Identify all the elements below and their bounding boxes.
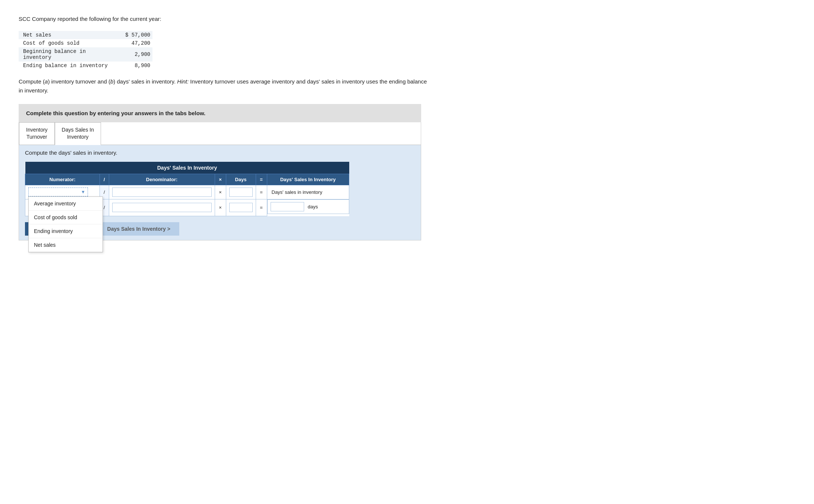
days-suffix-label: days: [308, 204, 318, 210]
days-cell-2[interactable]: [226, 199, 256, 216]
table-row: Net sales $ 57,000: [19, 31, 152, 39]
row-value: 2,900: [123, 47, 152, 62]
col-equals-label: =: [256, 174, 267, 185]
numerator-dropdown-1[interactable]: ▼: [28, 188, 88, 196]
calc-title-row: Days' Sales In Inventory: [25, 162, 349, 174]
hint-paragraph: Compute (a) inventory turnover and (b) d…: [19, 77, 429, 95]
col-days-label: Days: [226, 174, 256, 185]
calc-data-row-1: ▼ Average inventory Cost of goods sold E…: [25, 185, 349, 199]
calc-subheader-row: Numerator: / Denominator: × Days = Days'…: [25, 174, 349, 185]
denominator-cell-2[interactable]: [109, 199, 215, 216]
row-label: Cost of goods sold: [19, 39, 123, 47]
dropdown-menu: Average inventory Cost of goods sold End…: [28, 196, 103, 252]
instruction-box: Complete this question by entering your …: [19, 104, 421, 122]
days-input-1[interactable]: [229, 188, 253, 197]
denominator-input-1[interactable]: [112, 188, 212, 197]
row-value: $ 57,000: [123, 31, 152, 39]
col-numerator-label: Numerator:: [25, 174, 100, 185]
row-value: 47,200: [123, 39, 152, 47]
col-result-label: Days' Sales In Inventory: [267, 174, 349, 185]
financial-data-table: Net sales $ 57,000 Cost of goods sold 47…: [19, 31, 152, 70]
days-input-2[interactable]: [229, 203, 253, 212]
dropdown-item-net-sales[interactable]: Net sales: [29, 238, 102, 252]
equals-cell-1: =: [256, 185, 267, 199]
company-description: SCC Company reported the following for t…: [19, 15, 795, 23]
table-row: Ending balance in inventory 8,900: [19, 62, 152, 70]
next-button[interactable]: Days Sales In Inventory >: [98, 222, 179, 236]
table-row: Cost of goods sold 47,200: [19, 39, 152, 47]
tab-instruction: Compute the days' sales in inventory.: [25, 149, 415, 156]
result-cell-2[interactable]: days: [267, 199, 349, 214]
numerator-cell-1: ▼ Average inventory Cost of goods sold E…: [25, 185, 100, 199]
numerator-wrapper-1: ▼ Average inventory Cost of goods sold E…: [28, 188, 97, 196]
col-denominator-label: Denominator:: [109, 174, 215, 185]
calculator-table: Days' Sales In Inventory Numerator: / De…: [25, 162, 349, 216]
tabs-container: Inventory Turnover Days Sales In Invento…: [19, 122, 421, 240]
tab-inventory-turnover[interactable]: Inventory Turnover: [19, 122, 55, 145]
days-cell-1[interactable]: [226, 185, 256, 199]
times-cell-2: ×: [215, 199, 226, 216]
table-row: Beginning balance in inventory 2,900: [19, 47, 152, 62]
dropdown-item-ending-inventory[interactable]: Ending inventory: [29, 224, 102, 238]
col-times-label: ×: [215, 174, 226, 185]
result-label-1: Days' sales in inventory: [270, 189, 324, 196]
equals-cell-2: =: [256, 199, 267, 216]
times-cell-1: ×: [215, 185, 226, 199]
result-cell-1: Days' sales in inventory: [267, 185, 349, 199]
chevron-down-icon: ▼: [81, 189, 85, 195]
denominator-cell-1[interactable]: [109, 185, 215, 199]
row-label: Beginning balance in inventory: [19, 47, 123, 62]
dropdown-item-cost-of-goods-sold[interactable]: Cost of goods sold: [29, 211, 102, 224]
calculator-area: Days' Sales In Inventory Numerator: / De…: [25, 162, 349, 236]
result-input-2[interactable]: [271, 202, 304, 211]
row-label: Net sales: [19, 31, 123, 39]
dropdown-item-average-inventory[interactable]: Average inventory: [29, 197, 102, 211]
row-label: Ending balance in inventory: [19, 62, 123, 70]
row-value: 8,900: [123, 62, 152, 70]
tab-days-sales-inventory[interactable]: Days Sales In Inventory: [55, 122, 101, 145]
tabs-row: Inventory Turnover Days Sales In Invento…: [19, 122, 421, 145]
denominator-input-2[interactable]: [112, 203, 212, 212]
tab-content-area: Compute the days' sales in inventory. Da…: [19, 145, 421, 240]
col-slash-label: /: [100, 174, 109, 185]
calc-title: Days' Sales In Inventory: [25, 162, 349, 174]
